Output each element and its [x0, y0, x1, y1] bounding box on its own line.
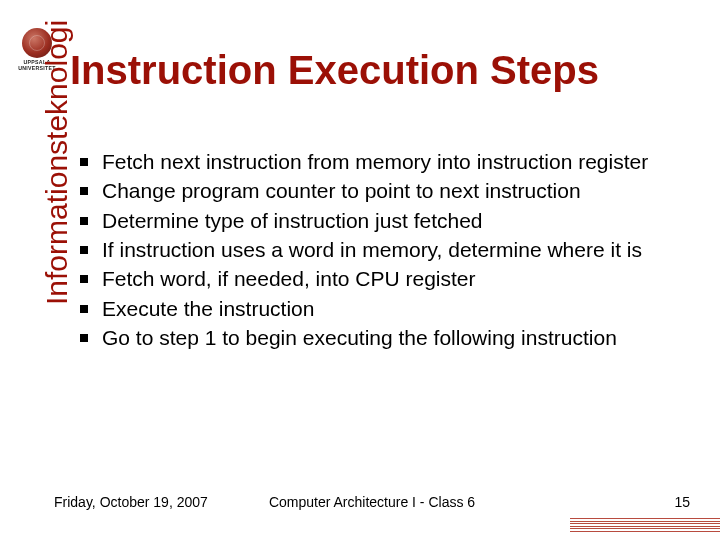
list-item: Change program counter to point to next … [74, 177, 692, 205]
slide-footer: Friday, October 19, 2007 Computer Archit… [54, 494, 690, 510]
list-item: Go to step 1 to begin executing the foll… [74, 324, 692, 352]
slide-title: Instruction Execution Steps [70, 48, 700, 93]
bullet-list: Fetch next instruction from memory into … [74, 148, 692, 352]
decorative-stripes-icon [570, 518, 720, 532]
slide-content: Fetch next instruction from memory into … [74, 148, 692, 353]
footer-date: Friday, October 19, 2007 [54, 494, 208, 510]
footer-page: 15 [674, 494, 690, 510]
list-item: Fetch word, if needed, into CPU register [74, 265, 692, 293]
list-item: If instruction uses a word in memory, de… [74, 236, 692, 264]
sidebar-label: Informationsteknologi [40, 20, 74, 305]
list-item: Fetch next instruction from memory into … [74, 148, 692, 176]
list-item: Execute the instruction [74, 295, 692, 323]
list-item: Determine type of instruction just fetch… [74, 207, 692, 235]
